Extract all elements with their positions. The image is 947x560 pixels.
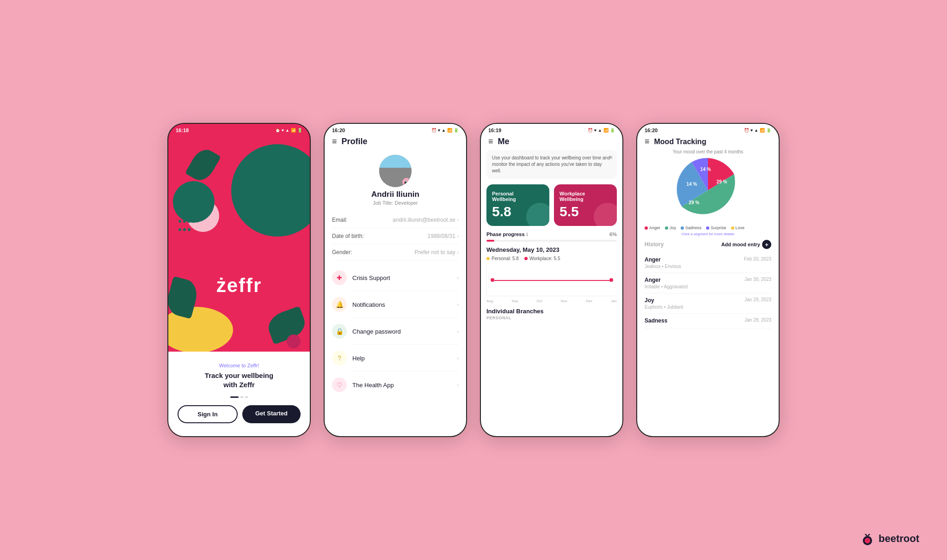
pie-chart[interactable]: 29 % 29 % 14 % 14 %	[676, 158, 740, 223]
entry-1-date: Feb 20, 2023	[744, 256, 771, 262]
label-jan: Jan	[611, 299, 617, 303]
wifi-icon-2: ▲	[442, 128, 446, 133]
phone1-background: żeffr Welcome to Zeffr! Track your wellb…	[168, 135, 310, 436]
phones-container: 16:18 ⏰ ♥ ▲ 📶 🔋	[140, 104, 807, 456]
battery-icon-4: 🔋	[766, 128, 771, 133]
dot-joy	[665, 226, 668, 230]
dot-personal	[486, 257, 490, 260]
alarm-icon-2: ⏰	[431, 128, 437, 133]
banner-text: Use your dashboard to track your wellbei…	[492, 155, 610, 173]
entry-2-date: Jan 30, 2023	[744, 277, 771, 282]
email-value: andrii.iliunin@beetroot.se ›	[393, 217, 459, 223]
sadness-label: Sadness	[685, 225, 701, 230]
dob-field[interactable]: Date of birth: 1988/08/31 ›	[332, 228, 459, 244]
menu-item-help[interactable]: ? Help ›	[325, 345, 466, 371]
click-hint: Click a segment for more details	[637, 232, 779, 236]
dob-label: Date of birth:	[332, 233, 364, 239]
camera-icon[interactable]: 📷	[402, 178, 411, 186]
phase-label: Phase progress ℹ	[486, 231, 528, 237]
chart-legend: Personal: 5.8 Workplace: 5.5	[486, 256, 617, 261]
legend-love: Love	[731, 225, 745, 230]
email-label: Email:	[332, 217, 347, 223]
dot-inactive-1	[240, 396, 243, 398]
gender-field[interactable]: Gender: Prefer not to say ›	[332, 244, 459, 261]
label-aug: Aug	[486, 299, 493, 303]
mood-header: ≡ Mood Tracking	[637, 135, 779, 149]
profile-fields: Email: andrii.iliunin@beetroot.se › Date…	[325, 212, 466, 261]
alarm-icon-3: ⏰	[588, 128, 593, 133]
dob-value: 1988/08/31 ›	[428, 233, 459, 239]
wifi-icon-4: ▲	[754, 128, 758, 133]
avatar[interactable]: 📷	[379, 155, 412, 187]
entry-3-tags: Euphoric • Jubilant	[645, 304, 683, 310]
hamburger-menu-4[interactable]: ≡	[645, 137, 650, 146]
battery-icon-2: 🔋	[454, 128, 459, 133]
hamburger-menu[interactable]: ≡	[332, 137, 337, 146]
history-header: History Add mood entry +	[637, 240, 779, 249]
profile-job: Job Title: Developer	[373, 200, 418, 206]
dot-love	[731, 226, 734, 230]
personal-label: PersonalWellbeing	[492, 191, 544, 202]
phone-mood-tracking: 16:20 ⏰ ♥ ▲ 📶 🔋 ≡ Mood Tracking Your moo…	[636, 123, 780, 437]
entry-2-tags: Irritable • Aggravated	[645, 284, 688, 289]
dot-inactive-2	[245, 396, 248, 398]
pct-sadness: 14 %	[687, 182, 697, 187]
heart-icon-4: ♥	[750, 128, 753, 133]
label-oct: Oct	[536, 299, 542, 303]
chevron-icon-dob: ›	[457, 234, 459, 239]
phone-me: 16:19 ⏰ ♥ ▲ 📶 🔋 ≡ Me Use your dashboard …	[480, 123, 623, 437]
hamburger-menu-3[interactable]: ≡	[488, 137, 493, 146]
phase-section: Phase progress ℹ 6%	[486, 231, 617, 242]
menu-item-healthapp[interactable]: ♡ The Health App ›	[325, 371, 466, 398]
page-indicators	[230, 396, 248, 398]
entry-2-type: Anger	[645, 277, 688, 283]
workplace-wellbeing-card[interactable]: WorkplaceWellbeing 5.5	[554, 184, 617, 226]
mood-entry-1[interactable]: Anger Jealous • Envious Feb 20, 2023	[645, 253, 771, 273]
signal-icon-3: 📶	[603, 128, 609, 133]
me-title: Me	[498, 137, 510, 146]
add-mood-entry-button[interactable]: Add mood entry +	[721, 240, 771, 249]
dob-text: 1988/08/31	[428, 233, 455, 239]
me-header: ≡ Me	[481, 135, 622, 150]
help-label: Help	[352, 355, 457, 362]
entry-1-info: Anger Jealous • Envious	[645, 256, 681, 269]
mood-entry-2[interactable]: Anger Irritable • Aggravated Jan 30, 202…	[645, 273, 771, 293]
password-label: Change password	[352, 328, 457, 335]
help-icon: ?	[332, 351, 347, 365]
wifi-icon: ▲	[285, 128, 289, 133]
profile-name: Andrii Iliunin	[371, 190, 419, 199]
label-sep: Sep	[511, 299, 518, 303]
dots-pattern	[178, 209, 191, 234]
line-chart	[486, 264, 617, 296]
legend-personal: Personal: 5.8	[486, 256, 519, 261]
entry-1-type: Anger	[645, 256, 681, 263]
chart-dot-left	[491, 278, 494, 282]
chevron-icon-gender: ›	[457, 250, 459, 255]
gender-value: Prefer not to say ›	[415, 249, 459, 256]
legend-workplace-text: Workplace: 5.5	[529, 256, 560, 261]
phase-progress-bar	[486, 240, 617, 242]
signin-button[interactable]: Sign In	[178, 405, 238, 423]
menu-item-password[interactable]: 🔒 Change password ›	[325, 318, 466, 345]
label-dec: Dec	[586, 299, 592, 303]
menu-item-notifications[interactable]: 🔔 Notifications ›	[325, 291, 466, 318]
dot-sadness	[681, 226, 684, 230]
email-field[interactable]: Email: andrii.iliunin@beetroot.se ›	[332, 212, 459, 228]
notif-chevron: ›	[457, 302, 459, 307]
menu-item-crisis[interactable]: ✚ Crisis Support ›	[325, 264, 466, 291]
getstarted-button[interactable]: Get Started	[242, 405, 301, 423]
battery-icon-3: 🔋	[610, 128, 615, 133]
phase-bar-fill	[486, 240, 494, 242]
mood-entry-3[interactable]: Joy Euphoric • Jubilant Jan 29, 2023	[645, 293, 771, 314]
personal-wellbeing-card[interactable]: PersonalWellbeing 5.8	[486, 184, 549, 226]
entry-4-info: Sadness	[645, 317, 667, 325]
banner-close-button[interactable]: ✕	[609, 154, 613, 162]
profile-header: ≡ Profile	[325, 135, 466, 150]
notif-icon: 🔔	[332, 297, 347, 312]
date-label: Wednesday, May 10, 2023	[486, 246, 617, 253]
chart-x-labels: Aug Sep Oct Nov Dec Jan	[486, 299, 617, 303]
battery-icon: 🔋	[297, 128, 302, 133]
zeffr-logo: żeffr	[216, 274, 262, 297]
phone-profile: 16:20 ⏰ ♥ ▲ 📶 🔋 ≡ Profile 📷 Andrii Iliun…	[324, 123, 467, 437]
mood-entry-4[interactable]: Sadness Jan 28, 2023	[645, 314, 771, 329]
